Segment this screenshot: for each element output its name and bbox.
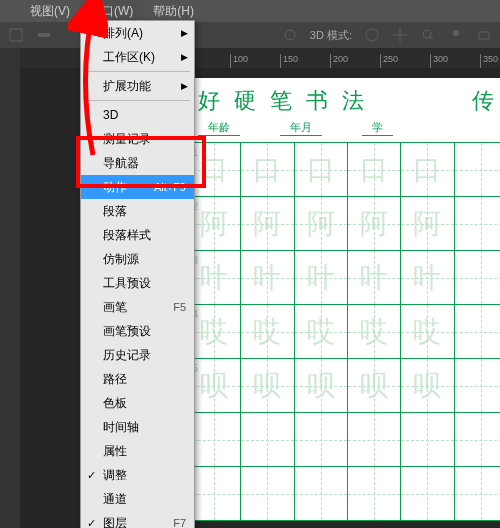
- menu-3d[interactable]: 3D: [81, 103, 194, 127]
- menu-channels[interactable]: 通道: [81, 487, 194, 511]
- grid-row: 2阿 阿 阿 阿 阿: [188, 197, 500, 251]
- light-icon[interactable]: [448, 27, 464, 43]
- grid-cell: [455, 197, 500, 250]
- menu-adjust[interactable]: ✓调整: [81, 463, 194, 487]
- menu-timeline[interactable]: 时间轴: [81, 415, 194, 439]
- grid-cell: 哎: [348, 305, 401, 358]
- shortcut-text: Alt+F9: [154, 181, 186, 193]
- menu-separator: [85, 71, 190, 72]
- checkmark-icon: ✓: [87, 517, 96, 529]
- grid-cell: [348, 467, 401, 520]
- menu-toolpre[interactable]: 工具预设: [81, 271, 194, 295]
- canvas-document: 好硬笔书法 传 年龄 年月 学 1口 口 口 口 口 2阿 阿 阿 阿 阿 3叶…: [188, 78, 500, 521]
- menu-workspace[interactable]: 工作区(K)▶: [81, 45, 194, 69]
- grid-cell: [295, 467, 348, 520]
- zoom-icon[interactable]: [420, 27, 436, 43]
- grid-cell: [241, 467, 294, 520]
- grid-cell: 叶: [348, 251, 401, 304]
- tool-icon-3[interactable]: [282, 27, 298, 43]
- grid-cell: 口: [241, 143, 294, 196]
- menu-navigator[interactable]: 导航器: [81, 151, 194, 175]
- menu-history[interactable]: 历史记录: [81, 343, 194, 367]
- menu-brush[interactable]: 画笔F5: [81, 295, 194, 319]
- grid-cell: 叶: [295, 251, 348, 304]
- grid-cell: 2阿: [188, 197, 241, 250]
- menu-brushpre[interactable]: 画笔预设: [81, 319, 194, 343]
- grid-cell: 阿: [241, 197, 294, 250]
- menu-props[interactable]: 属性: [81, 439, 194, 463]
- cam-icon[interactable]: [476, 27, 492, 43]
- grid-cell: 口: [401, 143, 454, 196]
- grid-cell: [401, 467, 454, 520]
- tool-icon-2[interactable]: [36, 27, 52, 43]
- grid-cell: [188, 413, 241, 466]
- svg-point-4: [423, 30, 431, 38]
- grid-cell: 呗: [241, 359, 294, 412]
- menu-extensions[interactable]: 扩展功能▶: [81, 74, 194, 98]
- toolbar: 3D 模式:: [0, 22, 500, 48]
- grid-cell: 哎: [295, 305, 348, 358]
- practice-grid: 1口 口 口 口 口 2阿 阿 阿 阿 阿 3叶 叶 叶 叶 叶 4哎 哎 哎 …: [188, 142, 500, 521]
- menubar: 视图(V) 窗口(W) 帮助(H): [0, 0, 500, 22]
- calligraphy-subrow: 年龄 年月 学: [188, 120, 500, 142]
- grid-cell: [188, 467, 241, 520]
- svg-point-3: [366, 29, 378, 41]
- tool-icon-1[interactable]: [8, 27, 24, 43]
- calligraphy-title: 好硬笔书法 传: [188, 78, 500, 120]
- grid-cell: 呗: [348, 359, 401, 412]
- menu-paragraph[interactable]: 段落: [81, 199, 194, 223]
- grid-row: 3叶 叶 叶 叶 叶: [188, 251, 500, 305]
- mode3d-label: 3D 模式:: [310, 28, 352, 43]
- menu-arrange[interactable]: 排列(A)▶: [81, 21, 194, 45]
- checkmark-icon: ✓: [87, 469, 96, 482]
- grid-cell: 叶: [241, 251, 294, 304]
- orbit-icon[interactable]: [364, 27, 380, 43]
- grid-cell: 呗: [295, 359, 348, 412]
- menu-layers[interactable]: ✓图层F7: [81, 511, 194, 528]
- grid-cell: [455, 467, 500, 520]
- grid-cell: 哎: [241, 305, 294, 358]
- grid-cell: [401, 413, 454, 466]
- grid-cell: 5呗: [188, 359, 241, 412]
- menu-swatches[interactable]: 色板: [81, 391, 194, 415]
- grid-cell: 阿: [348, 197, 401, 250]
- submenu-arrow-icon: ▶: [181, 28, 188, 38]
- menu-actions[interactable]: 动作Alt+F9: [81, 175, 194, 199]
- svg-rect-6: [479, 32, 489, 39]
- grid-cell: [455, 143, 500, 196]
- grid-cell: 口: [295, 143, 348, 196]
- grid-row: 5呗 呗 呗 呗 呗: [188, 359, 500, 413]
- submenu-arrow-icon: ▶: [181, 81, 188, 91]
- menu-view[interactable]: 视图(V): [20, 0, 80, 23]
- grid-cell: 阿: [401, 197, 454, 250]
- grid-cell: [455, 359, 500, 412]
- grid-cell: 3叶: [188, 251, 241, 304]
- menu-paths[interactable]: 路径: [81, 367, 194, 391]
- menu-parastyle[interactable]: 段落样式: [81, 223, 194, 247]
- grid-cell: 哎: [401, 305, 454, 358]
- menu-measure[interactable]: 测量记录: [81, 127, 194, 151]
- grid-cell: [455, 251, 500, 304]
- ruler-tick: 300: [430, 54, 480, 68]
- grid-cell: 1口: [188, 143, 241, 196]
- shortcut-text: F7: [173, 517, 186, 528]
- menu-clonesrc[interactable]: 仿制源: [81, 247, 194, 271]
- svg-point-5: [453, 30, 459, 36]
- field-age: 年龄: [198, 120, 240, 136]
- submenu-arrow-icon: ▶: [181, 52, 188, 62]
- grid-row: [188, 467, 500, 521]
- ruler-tick: 150: [280, 54, 330, 68]
- field-month: 年月: [280, 120, 322, 136]
- ruler-tick: 100: [230, 54, 280, 68]
- grid-row: [188, 413, 500, 467]
- grid-cell: [455, 413, 500, 466]
- grid-cell: 4哎: [188, 305, 241, 358]
- pan-icon[interactable]: [392, 27, 408, 43]
- grid-cell: 阿: [295, 197, 348, 250]
- field-school: 学: [362, 120, 393, 136]
- svg-point-2: [285, 30, 295, 40]
- window-menu-dropdown: 排列(A)▶ 工作区(K)▶ 扩展功能▶ 3D 测量记录 导航器 动作Alt+F…: [80, 20, 195, 528]
- grid-row: 1口 口 口 口 口: [188, 143, 500, 197]
- ruler-tick: 250: [380, 54, 430, 68]
- ruler-tick: 350: [480, 54, 500, 68]
